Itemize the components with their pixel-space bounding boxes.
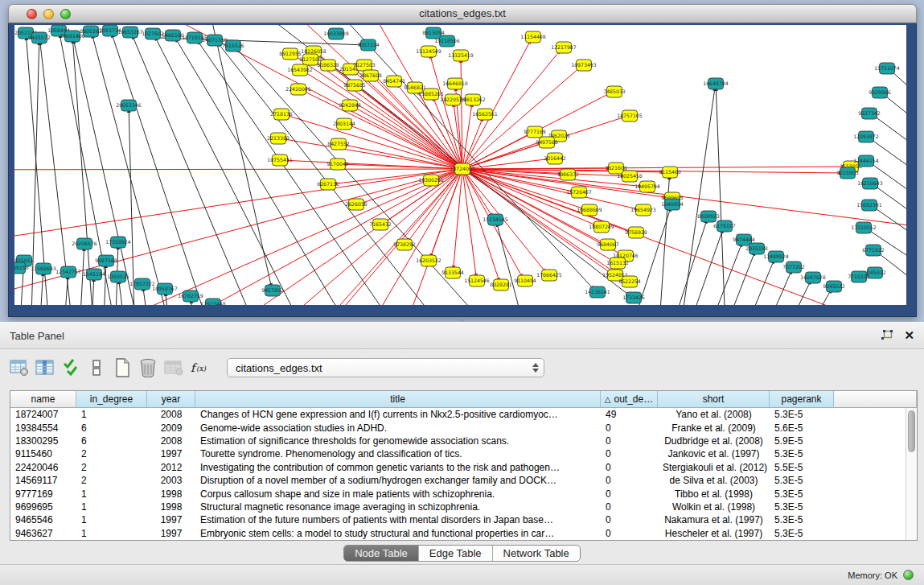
- network-node[interactable]: 9097568: [95, 255, 117, 266]
- network-node[interactable]: 7165432: [369, 219, 392, 230]
- network-node[interactable]: 15751074: [874, 63, 900, 74]
- table-selector-dropdown[interactable]: citations_edges.txt: [227, 358, 544, 377]
- network-node[interactable]: 16033809: [323, 28, 349, 39]
- delete-table-button[interactable]: [162, 357, 184, 379]
- network-node[interactable]: 1350515: [107, 271, 129, 282]
- network-node[interactable]: 2718176: [270, 109, 293, 120]
- column-header-name[interactable]: name: [10, 391, 76, 408]
- network-node[interactable]: 16782759: [178, 290, 203, 302]
- network-node[interactable]: 12342757: [55, 266, 81, 278]
- network-node[interactable]: 8938923: [697, 211, 720, 222]
- network-node[interactable]: 2213383: [267, 133, 290, 144]
- network-node[interactable]: 7710222: [848, 271, 870, 282]
- network-node[interactable]: 10958167: [152, 283, 178, 295]
- network-node[interactable]: 8522254: [618, 276, 641, 287]
- show-columns-button[interactable]: [34, 357, 55, 379]
- network-node[interactable]: 1145194: [83, 269, 105, 280]
- network-node[interactable]: 2867608: [359, 70, 382, 81]
- column-header-title[interactable]: title: [195, 391, 601, 408]
- network-node[interactable]: 15124546: [464, 275, 490, 286]
- network-node[interactable]: 17666425: [536, 270, 562, 281]
- table-row[interactable]: 1938455462009Genome-wide association stu…: [10, 421, 906, 434]
- column-header-short[interactable]: short: [658, 391, 770, 408]
- network-node[interactable]: 10653287: [117, 27, 143, 38]
- zoom-window-button[interactable]: [60, 9, 71, 19]
- network-node[interactable]: 9133544: [441, 267, 464, 278]
- network-node[interactable]: 18757105: [617, 110, 643, 122]
- network-node[interactable]: 7357224: [357, 39, 380, 51]
- network-node[interactable]: 7485033: [603, 86, 626, 97]
- column-header-pagerank[interactable]: pagerank: [770, 391, 834, 408]
- minimize-window-button[interactable]: [43, 9, 54, 19]
- network-graph[interactable]: 1872400789129551822605891275088186328165…: [14, 25, 906, 305]
- network-node[interactable]: 9170044: [326, 159, 349, 170]
- close-window-button[interactable]: [27, 9, 37, 19]
- network-node[interactable]: 9227342: [858, 108, 881, 119]
- network-node[interactable]: 6179197: [713, 220, 736, 232]
- network-node[interactable]: 15692391: [856, 200, 882, 211]
- network-node[interactable]: 9756928: [625, 227, 647, 238]
- network-node[interactable]: 2803144: [333, 118, 355, 130]
- table-row[interactable]: 2242004622012Investigating the contribut…: [10, 461, 906, 474]
- network-node[interactable]: 8028281: [490, 279, 512, 290]
- table-row[interactable]: 946554611997Estimation of the future num…: [10, 513, 906, 526]
- column-header-year[interactable]: year: [147, 391, 195, 408]
- network-node[interactable]: 15720407: [566, 187, 592, 198]
- network-node[interactable]: 11489924: [763, 251, 789, 262]
- network-canvas[interactable]: 1872400789129551822605891275088186328165…: [14, 25, 906, 305]
- network-node[interactable]: 12093872: [853, 131, 879, 142]
- network-node[interactable]: 9245022: [823, 281, 845, 292]
- network-node[interactable]: 12923448: [200, 299, 226, 305]
- network-node[interactable]: 14136141: [585, 286, 610, 298]
- network-node[interactable]: 19654923: [630, 204, 656, 216]
- network-node[interactable]: 8427552: [327, 138, 350, 150]
- float-window-icon[interactable]: [881, 330, 893, 341]
- network-node[interactable]: 10973493: [571, 60, 597, 71]
- network-node[interactable]: 11568693: [31, 263, 56, 274]
- network-node[interactable]: 16210643: [857, 178, 883, 189]
- network-node[interactable]: 1733426: [622, 292, 645, 303]
- delete-column-button[interactable]: [137, 357, 158, 379]
- panel-splitter-handle[interactable]: [458, 318, 465, 321]
- column-header-in_degree[interactable]: in_degree: [76, 391, 147, 408]
- network-node[interactable]: 9242848: [339, 100, 361, 111]
- network-node[interactable]: 16648784: [703, 78, 729, 89]
- network-node[interactable]: 1615132: [606, 257, 629, 269]
- close-panel-icon[interactable]: ✕: [904, 330, 914, 341]
- network-node[interactable]: 9435572: [28, 32, 51, 43]
- network-node[interactable]: 18807249: [589, 221, 614, 233]
- network-node[interactable]: 1327602: [142, 28, 164, 39]
- column-header-out_de[interactable]: △out_de…: [601, 391, 658, 408]
- network-node[interactable]: 10688609: [577, 204, 602, 216]
- network-node[interactable]: 8186328: [317, 60, 339, 71]
- network-node[interactable]: 2316442: [544, 153, 566, 164]
- unselect-all-button[interactable]: [85, 357, 107, 379]
- network-node[interactable]: 7986372: [556, 169, 579, 180]
- network-node[interactable]: 6771022: [862, 245, 885, 256]
- table-row[interactable]: 969969511998Structural magnetic resonanc…: [10, 501, 906, 513]
- network-node[interactable]: 8267130: [317, 179, 339, 190]
- table-row[interactable]: 1456911722003Disruption of a novel membe…: [10, 474, 906, 487]
- network-node[interactable]: 17359924: [105, 237, 131, 248]
- network-node[interactable]: 2626058: [345, 199, 368, 210]
- network-node[interactable]: 8912955: [279, 48, 302, 60]
- network-node[interactable]: 20053346: [116, 100, 142, 111]
- network-node[interactable]: 9329966: [869, 87, 891, 98]
- network-node[interactable]: 9115460: [659, 167, 681, 178]
- network-node[interactable]: 16097028: [800, 272, 826, 283]
- table-row[interactable]: 946362711997Embryonic stem cells: a mode…: [10, 527, 906, 540]
- table-options-button[interactable]: [8, 357, 30, 379]
- tab-node-table[interactable]: Node Table: [344, 546, 418, 561]
- network-node[interactable]: 15134545: [483, 214, 508, 225]
- network-node[interactable]: 17210552: [851, 222, 877, 233]
- network-node[interactable]: 9215953: [836, 167, 859, 179]
- network-node[interactable]: 13325419: [448, 50, 474, 61]
- scrollbar-thumb[interactable]: [908, 410, 915, 452]
- table-row[interactable]: 911546021997Tourette syndrome. Phenomeno…: [10, 447, 906, 460]
- network-node[interactable]: 2935188: [745, 243, 768, 254]
- network-node[interactable]: 15124549: [416, 46, 441, 57]
- network-node[interactable]: 1640954: [661, 199, 684, 210]
- table-row[interactable]: 1830029562008Estimation of significance …: [10, 435, 906, 447]
- network-node[interactable]: 19813262: [460, 94, 486, 105]
- network-node[interactable]: 9777169: [524, 126, 546, 138]
